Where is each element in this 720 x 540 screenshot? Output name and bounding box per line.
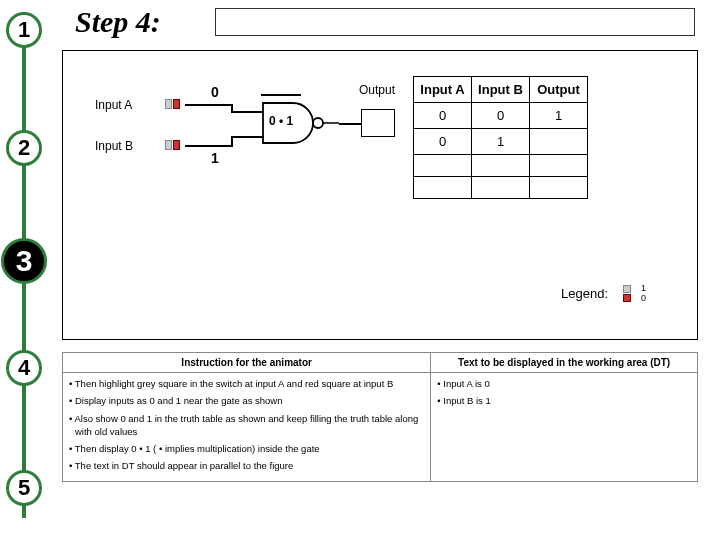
wire-a-in — [231, 111, 264, 113]
wire-b-up — [231, 137, 233, 145]
wire-b-in — [231, 136, 264, 138]
legend-label: Legend: — [561, 286, 608, 301]
wire-b — [185, 145, 233, 147]
wire-out — [339, 123, 361, 125]
output-box — [361, 109, 395, 137]
wire-a — [185, 104, 233, 106]
output-label: Output — [359, 83, 395, 97]
switch-b-grey — [165, 140, 172, 150]
step-marker-5[interactable]: 5 — [6, 470, 42, 506]
list-item: Display inputs as 0 and 1 near the gate … — [69, 394, 424, 407]
list-item: Then display 0 • 1 ( • implies multiplic… — [69, 442, 424, 455]
table-row — [414, 177, 588, 199]
instructions-header-left: Instruction for the animator — [63, 353, 431, 373]
list-item: Input A is 0 — [437, 377, 691, 390]
list-item: Then highlight grey square in the switch… — [69, 377, 424, 390]
svg-point-0 — [313, 118, 323, 128]
instructions-left-cell: Then highlight grey square in the switch… — [63, 373, 431, 482]
switch-a[interactable] — [165, 99, 185, 111]
truth-table: Input A Input B Output 001 01 — [413, 76, 588, 199]
instructions-header-right: Text to be displayed in the working area… — [431, 353, 698, 373]
input-b-label: Input B — [95, 139, 133, 153]
step-marker-2[interactable]: 2 — [6, 130, 42, 166]
gate-overline-bar — [261, 94, 301, 96]
input-a-label: Input A — [95, 98, 132, 112]
list-item: Input B is 1 — [437, 394, 691, 407]
table-row — [414, 155, 588, 177]
legend-val-top: 1 — [641, 284, 646, 293]
step-marker-3[interactable]: 3 — [1, 238, 47, 284]
list-item: The text in DT should appear in parallel… — [69, 459, 424, 472]
legend-switch — [623, 285, 643, 297]
switch-b[interactable] — [165, 140, 185, 152]
instructions-table: Instruction for the animator Text to be … — [62, 352, 698, 482]
switch-a-grey — [165, 99, 172, 109]
legend-val-bot: 0 — [641, 294, 646, 303]
table-row: 001 — [414, 103, 588, 129]
gate-input-top: 0 — [211, 84, 219, 100]
instructions-right-cell: Input A is 0 Input B is 1 — [431, 373, 698, 482]
th-input-b: Input B — [472, 77, 530, 103]
step-marker-4[interactable]: 4 — [6, 350, 42, 386]
switch-b-red — [173, 140, 180, 150]
switch-a-red — [173, 99, 180, 109]
list-item: Also show 0 and 1 in the truth table as … — [69, 412, 424, 439]
main-panel: Input A Input B 0 1 0 • 1 Output Input A… — [62, 50, 698, 340]
step-title-box — [215, 8, 695, 36]
step-title: Step 4: — [75, 5, 161, 39]
gate-inner-expr: 0 • 1 — [269, 114, 293, 128]
step-marker-1[interactable]: 1 — [6, 12, 42, 48]
table-row: 01 — [414, 129, 588, 155]
gate-input-bottom: 1 — [211, 150, 219, 166]
th-input-a: Input A — [414, 77, 472, 103]
th-output: Output — [530, 77, 588, 103]
